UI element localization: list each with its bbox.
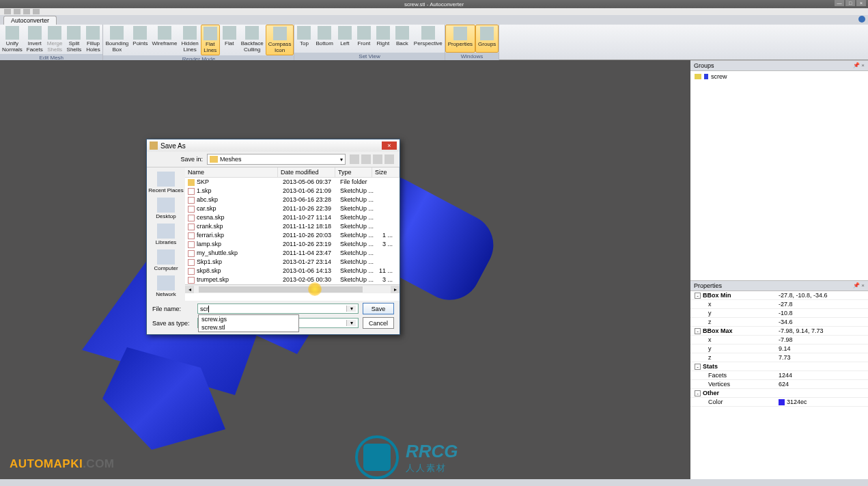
unify-normals-button[interactable]: UnifyNormals	[0, 25, 25, 54]
points-button[interactable]: Points	[130, 25, 150, 55]
back-icon[interactable]	[350, 154, 359, 164]
perspective-view-button[interactable]: Perspective	[412, 25, 445, 53]
save-button[interactable]: Save	[363, 303, 394, 314]
bottom-view-button[interactable]: Bottom	[313, 25, 335, 53]
file-row[interactable]: abc.skp 2013-06-16 23:28 SketchUp ...	[185, 195, 400, 204]
groups-panel: screw	[690, 71, 868, 280]
hidden-lines-button[interactable]: HiddenLines	[179, 25, 200, 55]
views-icon[interactable]	[384, 154, 394, 164]
left-view-button[interactable]: Left	[335, 25, 354, 53]
compass-icon-button[interactable]: CompassIcon	[266, 25, 294, 55]
file-icon	[188, 188, 195, 195]
file-row[interactable]: crank.skp 2011-11-12 18:18 SketchUp ...	[185, 222, 400, 231]
save-in-combo[interactable]: Meshes ▾	[207, 154, 346, 165]
file-name-input[interactable]: scr ▾ screw.igsscrew.stl	[197, 303, 359, 314]
groups-window-button[interactable]: Groups	[475, 25, 499, 53]
prop-row[interactable]: Facets1244	[690, 371, 868, 380]
groups-panel-header[interactable]: Groups 📌 ×	[690, 60, 868, 71]
file-icon	[188, 277, 195, 284]
cancel-button[interactable]: Cancel	[363, 317, 394, 329]
file-row[interactable]: 1.skp 2013-01-06 21:09 SketchUp ...	[185, 187, 400, 195]
wireframe-button[interactable]: Wireframe	[150, 25, 180, 55]
collapse-icon[interactable]: -	[695, 293, 701, 299]
file-row[interactable]: lamp.skp 2011-10-26 23:19 SketchUp ... 3…	[185, 240, 400, 249]
file-row[interactable]: ferrari.skp 2011-10-26 20:03 SketchUp ..…	[185, 231, 400, 240]
place-libraries[interactable]: Libraries	[154, 222, 178, 247]
file-row[interactable]: trumpet.skp 2013-02-05 00:30 SketchUp ..…	[185, 275, 400, 284]
folder-icon	[188, 179, 195, 186]
group-item-screw[interactable]: screw	[695, 73, 864, 80]
watermark-rrcg: RRCG 人人素材	[355, 435, 458, 479]
autocomplete-item[interactable]: screw.igs	[199, 315, 298, 323]
file-row[interactable]: Skp1.skp 2013-01-27 23:14 SketchUp ...	[185, 258, 400, 267]
minimize-button[interactable]: —	[835, 0, 844, 6]
invert-facets-button[interactable]: InvertFacets	[25, 25, 45, 54]
viewport-3d[interactable]: AUTOMAPKI.COM RRCG 人人素材 Save As × Save i…	[0, 60, 690, 479]
front-view-button[interactable]: Front	[354, 25, 374, 53]
maximize-button[interactable]: □	[845, 0, 855, 6]
pin-icon[interactable]: 📌 ×	[853, 282, 865, 289]
place-desktop[interactable]: Desktop	[154, 196, 177, 221]
autocomplete-item[interactable]: screw.stl	[199, 323, 298, 332]
prop-row[interactable]: -Other	[690, 389, 868, 398]
dialog-titlebar[interactable]: Save As ×	[147, 139, 400, 152]
file-row[interactable]: car.skp 2011-10-26 22:39 SketchUp ...	[185, 204, 400, 213]
right-view-button[interactable]: Right	[374, 25, 393, 53]
file-row[interactable]: SKP 2013-05-06 09:37 File folder	[185, 178, 400, 187]
back-view-button[interactable]: Back	[393, 25, 412, 53]
up-folder-icon[interactable]	[361, 154, 371, 164]
flat-lines-button[interactable]: FlatLines	[201, 25, 220, 55]
pin-icon[interactable]: 📌 ×	[853, 62, 865, 69]
split-shells-icon	[67, 26, 81, 40]
qat-save-icon[interactable]	[23, 9, 30, 14]
prop-row[interactable]: y9.14	[690, 345, 868, 353]
column-date[interactable]: Date modified	[278, 167, 335, 177]
prop-row[interactable]: y-10.8	[690, 309, 868, 318]
file-row[interactable]: cesna.skp 2011-10-27 11:14 SketchUp ...	[185, 213, 400, 222]
place-computer[interactable]: Computer	[152, 248, 179, 273]
bounding-box-button[interactable]: BoundingBox	[103, 25, 130, 55]
prop-row[interactable]: z-34.6	[690, 318, 868, 327]
column-size[interactable]: Size	[372, 167, 400, 177]
horizontal-scrollbar[interactable]: ◂ ▸	[185, 284, 400, 293]
backface-culling-button[interactable]: BackfaceCulling	[239, 25, 266, 55]
chevron-down-icon[interactable]: ▾	[346, 306, 356, 312]
place-network[interactable]: Network	[154, 274, 177, 299]
file-row[interactable]: my_shuttle.skp 2011-11-04 23:47 SketchUp…	[185, 249, 400, 258]
properties-panel-header[interactable]: Properties 📌 ×	[690, 280, 868, 291]
qat-open-icon[interactable]	[14, 9, 20, 14]
prop-row[interactable]: z7.73	[690, 353, 868, 362]
perspective-view-icon	[421, 26, 435, 40]
tab-autoconverter[interactable]: Autoconverter	[3, 16, 57, 25]
place-recent-places[interactable]: Recent Places	[147, 170, 185, 195]
file-icon	[188, 268, 195, 275]
new-folder-icon[interactable]	[373, 154, 382, 164]
close-button[interactable]: ×	[856, 0, 866, 6]
collapse-icon[interactable]: -	[695, 328, 701, 334]
prop-row[interactable]: -Stats	[690, 362, 868, 371]
qat-new-icon[interactable]	[4, 9, 11, 14]
merge-shells-button[interactable]: MergeShells	[45, 25, 65, 54]
file-row[interactable]: skp8.skp 2013-01-06 14:13 SketchUp ... 1…	[185, 267, 400, 275]
prop-row[interactable]: x-27.8	[690, 300, 868, 309]
prop-row[interactable]: Vertices624	[690, 380, 868, 389]
collapse-icon[interactable]: -	[695, 364, 701, 370]
split-shells-button[interactable]: SplitShells	[64, 25, 83, 54]
qat-undo-icon[interactable]	[33, 9, 40, 14]
flat-button[interactable]: Flat	[220, 25, 239, 55]
dialog-close-button[interactable]: ×	[382, 141, 397, 150]
properties-window-button[interactable]: Properties	[445, 25, 475, 53]
chevron-down-icon[interactable]: ▾	[346, 320, 356, 326]
prop-row[interactable]: -BBox Max-7.98, 9.14, 7.73	[690, 327, 868, 336]
column-name[interactable]: Name	[185, 167, 278, 177]
top-view-button[interactable]: Top	[294, 25, 313, 53]
column-type[interactable]: Type	[335, 167, 372, 177]
prop-row[interactable]: Color3124ec	[690, 398, 868, 407]
collapse-icon[interactable]: -	[695, 390, 701, 396]
prop-row[interactable]: x-7.98	[690, 336, 868, 345]
place-icon	[157, 224, 175, 239]
help-icon[interactable]	[858, 16, 865, 23]
fillup-holes-button[interactable]: FillupHoles	[83, 25, 102, 54]
bounding-box-icon	[110, 26, 124, 40]
prop-row[interactable]: -BBox Min-27.8, -10.8, -34.6	[690, 291, 868, 300]
